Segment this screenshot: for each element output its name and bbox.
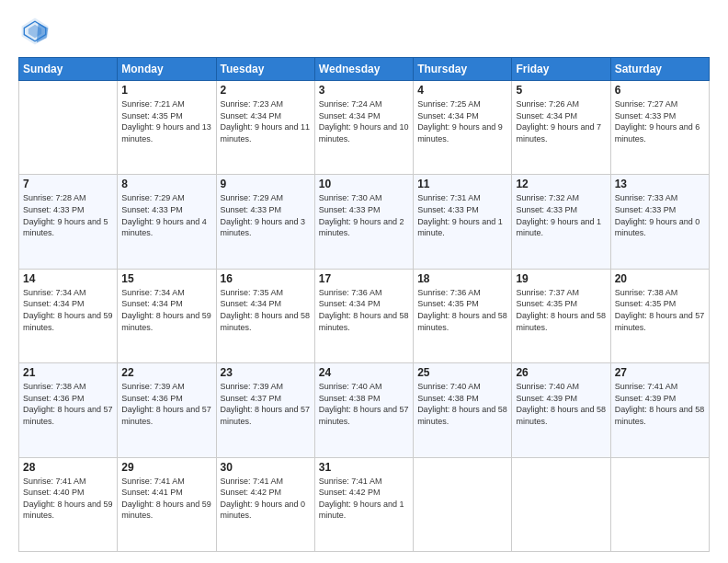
day-number: 5 [516,84,606,97]
day-info: Sunrise: 7:36 AMSunset: 4:34 PMDaylight:… [319,287,409,333]
day-cell: 30Sunrise: 7:41 AMSunset: 4:42 PMDayligh… [216,457,314,551]
day-number: 7 [23,178,113,190]
weekday-header-monday: Monday [118,58,216,81]
day-cell: 6Sunrise: 7:27 AMSunset: 4:33 PMDaylight… [610,81,709,175]
week-row-2: 7Sunrise: 7:28 AMSunset: 4:33 PMDaylight… [19,175,710,269]
day-cell [610,457,709,551]
day-info: Sunrise: 7:23 AMSunset: 4:34 PMDaylight:… [221,98,311,144]
day-number: 6 [615,84,705,97]
weekday-header-sunday: Sunday [19,58,118,81]
week-row-1: 1Sunrise: 7:21 AMSunset: 4:35 PMDaylight… [19,81,710,175]
day-cell: 15Sunrise: 7:34 AMSunset: 4:34 PMDayligh… [118,269,216,362]
day-number: 17 [319,272,409,285]
day-number: 1 [121,84,211,97]
day-number: 22 [121,366,211,379]
day-number: 29 [121,461,211,474]
day-cell [414,457,512,551]
day-cell: 8Sunrise: 7:29 AMSunset: 4:33 PMDaylight… [118,175,216,269]
day-number: 8 [121,178,211,190]
day-number: 2 [221,84,311,97]
day-info: Sunrise: 7:35 AMSunset: 4:34 PMDaylight:… [221,287,311,333]
logo [18,15,57,48]
day-cell: 4Sunrise: 7:25 AMSunset: 4:34 PMDaylight… [414,81,512,175]
day-info: Sunrise: 7:24 AMSunset: 4:34 PMDaylight:… [319,98,409,144]
weekday-header-row: SundayMondayTuesdayWednesdayThursdayFrid… [19,58,710,81]
day-cell: 20Sunrise: 7:38 AMSunset: 4:35 PMDayligh… [610,269,709,362]
day-number: 11 [417,178,507,190]
day-cell: 26Sunrise: 7:40 AMSunset: 4:39 PMDayligh… [512,363,610,457]
day-number: 10 [319,178,409,190]
day-info: Sunrise: 7:32 AMSunset: 4:33 PMDaylight:… [516,192,606,238]
day-info: Sunrise: 7:21 AMSunset: 4:35 PMDaylight:… [121,98,211,144]
day-info: Sunrise: 7:29 AMSunset: 4:33 PMDaylight:… [121,192,211,238]
day-info: Sunrise: 7:26 AMSunset: 4:34 PMDaylight:… [516,98,606,144]
day-info: Sunrise: 7:28 AMSunset: 4:33 PMDaylight:… [23,192,113,238]
weekday-header-tuesday: Tuesday [216,58,314,81]
day-info: Sunrise: 7:31 AMSunset: 4:33 PMDaylight:… [417,192,507,238]
day-cell: 3Sunrise: 7:24 AMSunset: 4:34 PMDaylight… [314,81,413,175]
day-cell: 16Sunrise: 7:35 AMSunset: 4:34 PMDayligh… [216,269,314,362]
day-cell: 1Sunrise: 7:21 AMSunset: 4:35 PMDaylight… [118,81,216,175]
day-cell: 23Sunrise: 7:39 AMSunset: 4:37 PMDayligh… [216,363,314,457]
day-cell: 7Sunrise: 7:28 AMSunset: 4:33 PMDaylight… [19,175,118,269]
week-row-4: 21Sunrise: 7:38 AMSunset: 4:36 PMDayligh… [19,363,710,457]
day-cell: 31Sunrise: 7:41 AMSunset: 4:42 PMDayligh… [314,457,413,551]
day-cell: 25Sunrise: 7:40 AMSunset: 4:38 PMDayligh… [414,363,512,457]
day-cell [512,457,610,551]
day-info: Sunrise: 7:30 AMSunset: 4:33 PMDaylight:… [319,192,409,238]
day-cell: 18Sunrise: 7:36 AMSunset: 4:35 PMDayligh… [414,269,512,362]
day-number: 23 [221,366,311,379]
day-cell: 14Sunrise: 7:34 AMSunset: 4:34 PMDayligh… [19,269,118,362]
day-number: 13 [615,178,705,190]
day-cell: 19Sunrise: 7:37 AMSunset: 4:35 PMDayligh… [512,269,610,362]
day-cell: 29Sunrise: 7:41 AMSunset: 4:41 PMDayligh… [118,457,216,551]
day-info: Sunrise: 7:40 AMSunset: 4:39 PMDaylight:… [516,381,606,427]
day-number: 31 [319,461,409,474]
day-cell: 28Sunrise: 7:41 AMSunset: 4:40 PMDayligh… [19,457,118,551]
day-info: Sunrise: 7:41 AMSunset: 4:40 PMDaylight:… [23,476,113,522]
day-info: Sunrise: 7:40 AMSunset: 4:38 PMDaylight:… [417,381,507,427]
day-cell: 2Sunrise: 7:23 AMSunset: 4:34 PMDaylight… [216,81,314,175]
day-number: 28 [23,461,113,474]
day-info: Sunrise: 7:34 AMSunset: 4:34 PMDaylight:… [23,287,113,333]
day-info: Sunrise: 7:27 AMSunset: 4:33 PMDaylight:… [615,98,705,144]
day-info: Sunrise: 7:38 AMSunset: 4:36 PMDaylight:… [23,381,113,427]
day-info: Sunrise: 7:40 AMSunset: 4:38 PMDaylight:… [319,381,409,427]
day-info: Sunrise: 7:33 AMSunset: 4:33 PMDaylight:… [615,192,705,238]
day-info: Sunrise: 7:25 AMSunset: 4:34 PMDaylight:… [417,98,507,144]
day-number: 9 [221,178,311,190]
day-number: 24 [319,366,409,379]
day-cell: 17Sunrise: 7:36 AMSunset: 4:34 PMDayligh… [314,269,413,362]
day-cell: 24Sunrise: 7:40 AMSunset: 4:38 PMDayligh… [314,363,413,457]
day-info: Sunrise: 7:29 AMSunset: 4:33 PMDaylight:… [221,192,311,238]
day-number: 20 [615,272,705,285]
day-number: 14 [23,272,113,285]
day-cell: 9Sunrise: 7:29 AMSunset: 4:33 PMDaylight… [216,175,314,269]
day-number: 26 [516,366,606,379]
day-number: 25 [417,366,507,379]
day-info: Sunrise: 7:39 AMSunset: 4:36 PMDaylight:… [121,381,211,427]
day-number: 19 [516,272,606,285]
calendar-table: SundayMondayTuesdayWednesdayThursdayFrid… [18,57,710,552]
day-number: 18 [417,272,507,285]
week-row-5: 28Sunrise: 7:41 AMSunset: 4:40 PMDayligh… [19,457,710,551]
day-cell: 13Sunrise: 7:33 AMSunset: 4:33 PMDayligh… [610,175,709,269]
day-number: 4 [417,84,507,97]
day-number: 27 [615,366,705,379]
day-number: 15 [121,272,211,285]
day-info: Sunrise: 7:38 AMSunset: 4:35 PMDaylight:… [615,287,705,333]
day-cell: 21Sunrise: 7:38 AMSunset: 4:36 PMDayligh… [19,363,118,457]
day-info: Sunrise: 7:34 AMSunset: 4:34 PMDaylight:… [121,287,211,333]
week-row-3: 14Sunrise: 7:34 AMSunset: 4:34 PMDayligh… [19,269,710,362]
day-number: 3 [319,84,409,97]
day-number: 21 [23,366,113,379]
weekday-header-saturday: Saturday [610,58,709,81]
day-info: Sunrise: 7:41 AMSunset: 4:42 PMDaylight:… [319,476,409,522]
day-info: Sunrise: 7:41 AMSunset: 4:39 PMDaylight:… [615,381,705,427]
header [18,15,710,48]
weekday-header-thursday: Thursday [414,58,512,81]
day-info: Sunrise: 7:39 AMSunset: 4:37 PMDaylight:… [221,381,311,427]
day-cell: 5Sunrise: 7:26 AMSunset: 4:34 PMDaylight… [512,81,610,175]
day-info: Sunrise: 7:37 AMSunset: 4:35 PMDaylight:… [516,287,606,333]
day-info: Sunrise: 7:41 AMSunset: 4:42 PMDaylight:… [221,476,311,522]
